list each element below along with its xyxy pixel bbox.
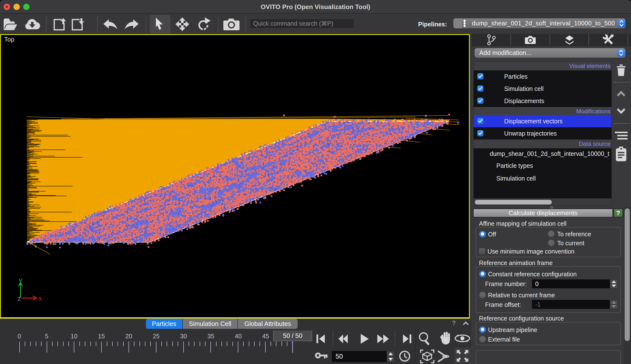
- svg-text:z: z: [18, 295, 21, 302]
- svg-text:y: y: [19, 276, 22, 284]
- svg-text:x: x: [39, 295, 42, 302]
